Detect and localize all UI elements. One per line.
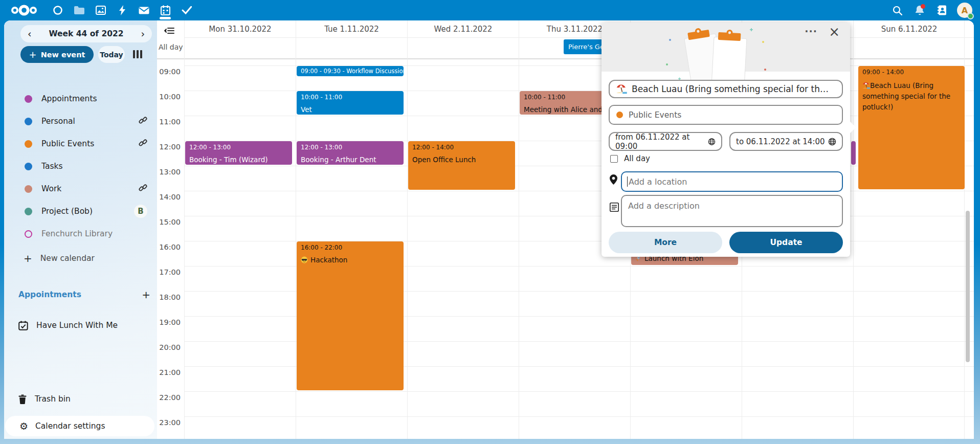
event-hackathon[interactable]: 16:00 - 22:00 Hackathon	[297, 241, 404, 390]
calendar-color-dot	[25, 208, 32, 215]
week-label: Week 44 of 2022	[49, 29, 123, 38]
time-label: 21:00	[157, 368, 181, 376]
contacts-icon[interactable]	[931, 0, 953, 20]
calendar-ring-dot	[25, 230, 32, 238]
calendar-settings-button[interactable]: ⚙ Calendar settings	[5, 416, 154, 436]
time-label: 09:00	[157, 68, 181, 76]
sidebar-item-project-bob[interactable]: Project (Bob) B	[18, 202, 150, 220]
week-grid[interactable]: 09:00 10:00 11:00 12:00 13:00 14:00 15:0…	[157, 59, 974, 439]
description-input[interactable]: Add a description	[621, 195, 843, 227]
sidebar-item-tasks[interactable]: Tasks	[18, 157, 150, 175]
event-workflow-discussion[interactable]: 09:00 - 09:30 - Workflow Discussion	[297, 66, 404, 76]
sidebar-item-fenchurch-library[interactable]: Fenchurch Library	[18, 225, 150, 243]
avatar[interactable]: A	[953, 0, 976, 20]
event-booking-tim[interactable]: 12:00 - 13:00 Booking - Tim (Wizard)	[185, 141, 292, 165]
shared-link-icon	[139, 116, 147, 127]
calendar-color-dot	[25, 163, 32, 170]
avatar-letter: A	[962, 6, 968, 15]
activity-icon[interactable]	[112, 0, 133, 20]
calendar-icon[interactable]	[154, 0, 176, 20]
time-label: 20:00	[157, 343, 181, 351]
beach-umbrella-emoji-icon	[616, 84, 627, 94]
plus-icon: +	[24, 252, 32, 264]
appointments-heading: Appointments	[18, 290, 81, 299]
previous-week-button[interactable]: ‹	[28, 29, 32, 39]
vertical-scrollbar[interactable]	[966, 211, 970, 362]
notification-badge	[921, 4, 925, 9]
sidebar-item-personal[interactable]: Personal	[18, 112, 150, 130]
calendar-color-dot	[616, 112, 623, 118]
time-label: 10:00	[157, 93, 181, 101]
time-label: 22:00	[157, 393, 181, 402]
event-title-input[interactable]: Beach Luau (Bring something special for …	[609, 80, 843, 98]
event-editor-popup: ··· × Beach Luau (Bring something specia…	[602, 23, 850, 257]
more-button[interactable]: More	[609, 232, 722, 253]
calendar-color-dot	[25, 95, 32, 103]
event-beach-luau[interactable]: 09:00 - 14:00 Beach Luau (Bring somethin…	[858, 66, 965, 189]
sidebar-item-public-events[interactable]: Public Events	[18, 135, 150, 153]
time-label: 13:00	[157, 168, 181, 176]
photos-icon[interactable]	[90, 0, 112, 20]
time-label: 17:00	[157, 268, 181, 276]
event-vet[interactable]: 10:00 - 11:00 Vet	[297, 91, 404, 115]
today-button[interactable]: Today	[98, 46, 125, 63]
time-label: 11:00	[157, 118, 181, 126]
time-label: 18:00	[157, 293, 181, 301]
sidebar-item-appointments[interactable]: Appointments	[18, 90, 150, 108]
calendar-color-dot	[25, 140, 32, 148]
close-icon[interactable]: ×	[829, 24, 840, 40]
text-caret	[627, 176, 628, 187]
shared-link-icon	[139, 139, 147, 149]
event-open-office-lunch[interactable]: 12:00 - 14:00 Open Office Lunch	[408, 141, 515, 190]
timezone-globe-icon[interactable]	[708, 138, 716, 146]
shared-user-badge: B	[134, 205, 147, 218]
calendar-check-icon	[18, 321, 28, 330]
dashboard-icon[interactable]	[47, 0, 69, 20]
trash-icon	[18, 394, 27, 404]
time-label: 16:00	[157, 243, 181, 251]
collapse-sidebar-icon[interactable]	[164, 27, 174, 36]
event-booking-arthur-dent[interactable]: 12:00 - 13:00 Booking - Arthur Dent	[297, 141, 404, 165]
trash-bin-button[interactable]: Trash bin	[18, 390, 150, 408]
checkbox[interactable]	[610, 155, 618, 163]
location-pin-icon	[610, 174, 617, 185]
appointments-section: Appointments +	[18, 288, 150, 301]
from-datetime-picker[interactable]: from 06.11.2022 at 09:00	[609, 132, 722, 151]
more-options-icon[interactable]: ···	[805, 26, 817, 37]
week-navigation: ‹ Week 44 of 2022 ›	[20, 25, 152, 42]
all-day-label: All day	[159, 43, 183, 51]
next-week-button[interactable]: ›	[141, 29, 145, 39]
gear-icon: ⚙	[19, 421, 28, 431]
time-label: 15:00	[157, 218, 181, 226]
calendar-select[interactable]: Public Events	[609, 105, 843, 125]
new-calendar-button[interactable]: + New calendar	[18, 249, 150, 268]
to-datetime-picker[interactable]: to 06.11.2022 at 14:00	[729, 132, 843, 151]
new-event-button[interactable]: + New event	[20, 46, 94, 63]
add-appointment-button[interactable]: +	[142, 288, 150, 301]
all-day-checkbox[interactable]: All day	[610, 154, 650, 163]
sidebar-item-work[interactable]: Work	[18, 180, 150, 198]
top-bar: A	[0, 0, 980, 20]
time-label: 19:00	[157, 318, 181, 326]
update-button[interactable]: Update	[729, 232, 843, 253]
location-input[interactable]: Add a location	[621, 171, 843, 192]
view-columns-icon[interactable]	[133, 50, 142, 58]
plus-icon: +	[29, 49, 37, 60]
timezone-globe-icon[interactable]	[828, 138, 836, 146]
online-status-dot	[967, 13, 974, 19]
appointment-config-item[interactable]: Have Lunch With Me	[18, 316, 150, 335]
event-partial-hidden[interactable]	[851, 141, 856, 165]
time-label: 12:00	[157, 143, 181, 151]
calendar-color-dot	[25, 118, 32, 125]
tasks-icon[interactable]	[176, 0, 197, 20]
shared-link-icon	[139, 184, 147, 194]
nextcloud-logo-icon[interactable]	[8, 4, 40, 17]
files-icon[interactable]	[69, 0, 90, 20]
mail-icon[interactable]	[133, 0, 154, 20]
description-icon	[610, 203, 619, 212]
notifications-bell-icon[interactable]	[908, 0, 931, 20]
sunglasses-emoji-icon	[301, 256, 308, 263]
search-icon[interactable]	[886, 0, 908, 20]
calendar-grid-area: Mon 31.10.2022 Tue 1.11.2022 Wed 2.11.20…	[157, 20, 974, 439]
active-app-indicator	[160, 17, 171, 19]
